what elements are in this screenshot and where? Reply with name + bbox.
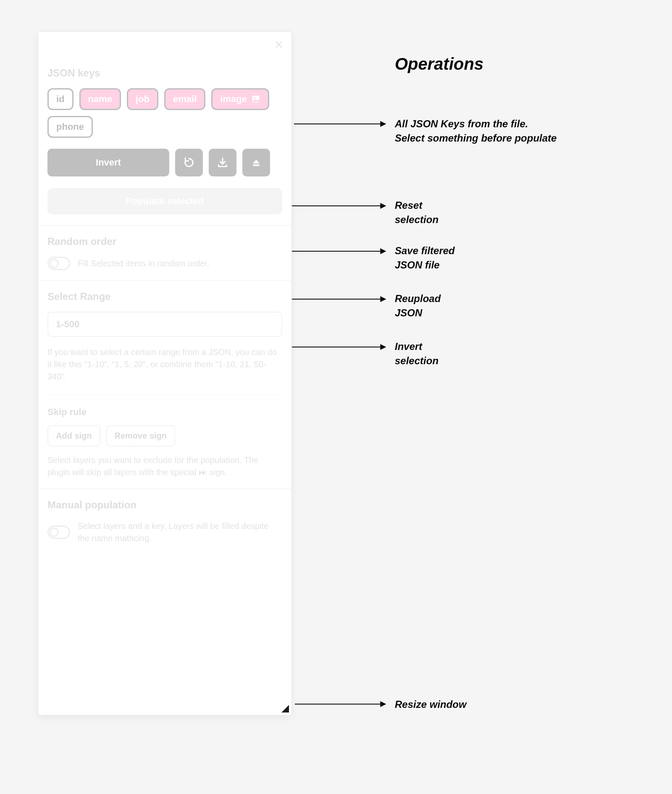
populate-selected-button[interactable]: Populate selected	[47, 188, 282, 214]
operations-row: Invert	[47, 149, 282, 176]
annotation-reset: Reset selection	[395, 198, 438, 226]
image-icon	[251, 95, 260, 104]
divider	[47, 394, 282, 395]
reset-selection-button[interactable]	[242, 149, 270, 176]
chip-job[interactable]: job	[127, 88, 158, 110]
add-sign-button[interactable]: Add sign	[47, 425, 100, 447]
resize-handle[interactable]	[281, 705, 289, 712]
random-order-heading: Random order	[47, 236, 282, 247]
svg-rect-4	[253, 165, 260, 166]
json-keys-heading: JSON keys	[47, 67, 282, 79]
panel-titlebar	[38, 32, 291, 57]
select-range-desc: If you want to select a certain range fr…	[47, 346, 282, 383]
json-key-chips: id name job email image phone	[47, 88, 282, 138]
chip-phone[interactable]: phone	[47, 116, 93, 138]
select-range-heading: Select Range	[47, 291, 282, 302]
chip-email[interactable]: email	[164, 88, 205, 110]
annotation-save: Save filtered JSON file	[395, 244, 455, 272]
annotation-resize: Resize window	[395, 697, 467, 712]
eject-icon	[250, 157, 262, 168]
reupload-button[interactable]	[175, 149, 203, 176]
close-icon[interactable]	[273, 39, 285, 50]
random-order-toggle[interactable]	[47, 257, 70, 270]
annotation-keys: All JSON Keys from the file. Select some…	[395, 117, 556, 145]
svg-point-3	[254, 97, 255, 99]
download-icon	[217, 157, 228, 168]
annotation-invert: Invert selection	[395, 339, 438, 368]
manual-population-toggle[interactable]	[47, 526, 70, 539]
save-json-button[interactable]	[209, 149, 236, 176]
chip-image[interactable]: image	[211, 88, 269, 110]
select-range-input[interactable]	[47, 312, 282, 337]
annotation-reupload: Reupload JSON	[395, 292, 441, 320]
invert-button[interactable]: Invert	[47, 149, 169, 176]
random-order-desc: Fill Selected items in random order.	[78, 258, 209, 270]
plugin-panel: JSON keys id name job email image phone …	[38, 32, 292, 715]
chip-id[interactable]: id	[47, 88, 74, 110]
diagram-title: Operations	[395, 55, 483, 74]
manual-population-heading: Manual population	[47, 499, 282, 511]
chip-image-label: image	[220, 94, 247, 105]
chip-name[interactable]: name	[79, 88, 121, 110]
skip-rule-desc: Select layers you want to exclude for th…	[47, 454, 282, 479]
manual-population-desc: Select layers and a key. Layers will be …	[78, 520, 282, 544]
skip-rule-heading: Skip rule	[47, 407, 282, 418]
remove-sign-button[interactable]: Remove sign	[106, 425, 175, 447]
reload-icon	[183, 157, 195, 168]
